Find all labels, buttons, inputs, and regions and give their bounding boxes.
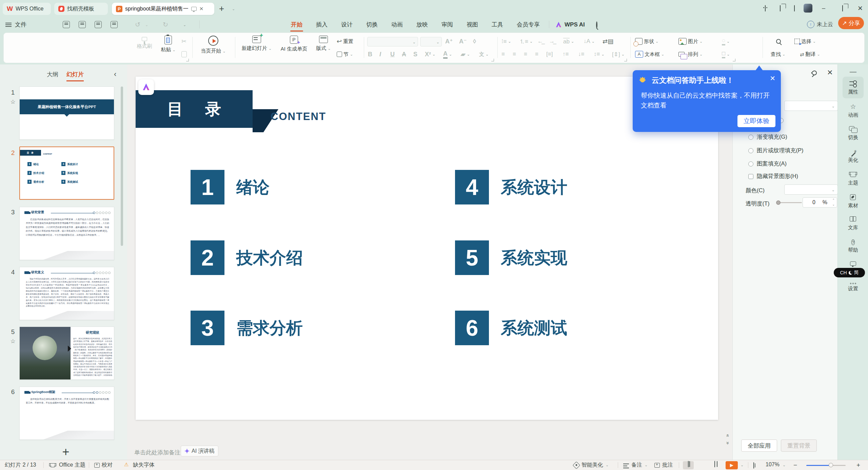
toc-number-1[interactable]: 1: [191, 170, 224, 204]
dock-settings[interactable]: 设置: [838, 283, 868, 292]
popup-close-icon[interactable]: ✕: [770, 74, 775, 82]
sort-text-button[interactable]: ↓A⌄: [584, 37, 595, 46]
pin-icon[interactable]: [811, 70, 817, 76]
slide-thumbnail-5[interactable]: 研究现状 如今，因为无线网相关技术的快速，尤其是在线上进行资源的上传下载、搜索杀…: [19, 327, 114, 380]
sidebar-scrollbar[interactable]: [121, 86, 123, 246]
line-spacing-button[interactable]: ↕≡⌄: [594, 50, 605, 59]
reset-button[interactable]: ↩重置: [337, 37, 353, 46]
new-tab-button[interactable]: +: [219, 3, 224, 14]
ribbon-search-button[interactable]: [776, 37, 781, 46]
dock-beautify[interactable]: 美化: [838, 148, 868, 163]
row-spacing-up-button[interactable]: ↑≡: [563, 50, 569, 59]
close-tab-icon[interactable]: ✕: [199, 6, 204, 12]
new-slide-button[interactable]: 新建幻灯片 ⌄: [238, 36, 275, 52]
zoom-out-button[interactable]: −: [793, 462, 797, 469]
avatar[interactable]: [804, 4, 812, 13]
toc-label-1[interactable]: 绪论: [236, 170, 270, 204]
next-slide-button[interactable]: »: [725, 442, 731, 444]
minimize-icon[interactable]: −: [820, 5, 827, 12]
increase-font-button[interactable]: A⁺: [445, 37, 453, 46]
justify-button[interactable]: ≡: [535, 50, 538, 59]
underline-button[interactable]: U: [390, 50, 395, 59]
toc-label-6[interactable]: 系统测试: [501, 311, 567, 345]
dock-help[interactable]: ? 帮助: [838, 238, 868, 253]
slide-thumbnail-3[interactable]: 研究背景 信息技术的集成化和信息网络化的不断发展，人类开始步入信息化时代，信息技…: [19, 207, 114, 260]
textbox-button[interactable]: A文本框⌄: [635, 50, 664, 59]
toc-label-5[interactable]: 系统实现: [501, 240, 567, 275]
transparency-slider-knob[interactable]: [776, 200, 781, 205]
previous-slide-button[interactable]: «: [725, 434, 731, 437]
bold-button[interactable]: B: [368, 50, 372, 59]
dock-transition[interactable]: 切换: [838, 125, 868, 141]
layout-button[interactable]: 版式 ⌄: [312, 36, 335, 52]
menu-slideshow[interactable]: 放映: [410, 17, 435, 32]
menu-insert[interactable]: 插入: [309, 17, 334, 32]
collapse-dock-icon[interactable]: —: [838, 68, 868, 76]
slide-sorter-view-button[interactable]: [696, 461, 707, 469]
undo-icon[interactable]: ↺: [135, 21, 140, 28]
text-align-box-button[interactable]: [⇕]⌄: [612, 50, 625, 59]
zoom-in-button[interactable]: +: [856, 462, 860, 469]
toc-label-2[interactable]: 技术介绍: [236, 240, 303, 275]
slide-thumbnail-6[interactable]: SpringBoot框架 这样框架有自己独特的配置方式，开发人员不需要再进行大量…: [19, 387, 114, 440]
star-icon[interactable]: ☆: [9, 338, 17, 345]
pattern-fill-option[interactable]: 图案填充(A): [748, 160, 787, 168]
format-painter-button[interactable]: 格式刷: [133, 36, 156, 50]
shapes-button[interactable]: 形状⌄: [635, 37, 658, 46]
play-options-chevron-icon[interactable]: ⌄: [741, 463, 744, 467]
pictures-button[interactable]: 图片⌄: [678, 37, 703, 46]
clear-format-button[interactable]: ◊: [473, 37, 476, 46]
menu-view[interactable]: 视图: [460, 17, 485, 32]
menu-home[interactable]: 开始: [284, 17, 309, 32]
superscript-button[interactable]: X²⌄: [425, 50, 435, 59]
text-direction-button[interactable]: ab⌄: [563, 37, 574, 46]
apply-all-button[interactable]: 全部应用: [741, 439, 777, 452]
transparency-spinner[interactable]: 0 % ⌃⌄: [803, 197, 837, 208]
close-pane-icon[interactable]: ✕: [827, 68, 833, 77]
tab-list-chevron-icon[interactable]: ⌄: [232, 7, 235, 11]
numbering-button[interactable]: ⒈≡⌄: [519, 37, 533, 46]
toc-title-band[interactable]: 目 录: [136, 90, 253, 128]
file-menu[interactable]: 文件: [15, 17, 26, 32]
row-spacing-down-button[interactable]: ↓≡: [578, 50, 584, 59]
menu-design[interactable]: 设计: [334, 17, 359, 32]
cloud-status[interactable]: ↑ 未上云: [807, 21, 833, 28]
toc-number-5[interactable]: 5: [455, 240, 489, 275]
workspace-box-icon[interactable]: [791, 5, 798, 12]
slide-thumbnail-2[interactable]: 目 录 CONTENT 1绪论 2技术介绍 3需求分析 4系统设计 5系统实现 …: [19, 146, 114, 200]
fit-slide-button[interactable]: [753, 463, 754, 469]
ai-generate-page-button[interactable]: P AI 生成单页: [275, 36, 313, 52]
save-icon[interactable]: [63, 21, 70, 28]
paste-button[interactable]: 粘贴 ⌄: [157, 36, 179, 53]
color-select[interactable]: ⌄: [784, 184, 838, 195]
dock-assets[interactable]: 素材: [838, 194, 868, 209]
windows-stack-icon[interactable]: [776, 5, 784, 12]
smart-beautify-button[interactable]: 智能美化⌄: [574, 462, 609, 469]
notes-button[interactable]: 备注⌄: [623, 462, 648, 469]
slide-thumbnail-4[interactable]: 研究意义 现如今科技的卓越发展，时代环境的人文革，人们生活变得越来越多元化，这种…: [19, 267, 114, 320]
strike-abc-button[interactable]: A: [402, 50, 406, 59]
shadow-button[interactable]: S: [413, 50, 417, 59]
comments-button[interactable]: 批注: [654, 462, 673, 469]
collapse-panel-icon[interactable]: ‹: [114, 70, 116, 79]
tab-outline[interactable]: 大纲: [47, 71, 58, 78]
spinner-arrows-icon[interactable]: ⌃⌄: [832, 198, 835, 207]
tab-docer-templates[interactable]: 找稻壳模板: [54, 3, 108, 15]
cut-button[interactable]: ✂: [181, 37, 186, 46]
proofread-button[interactable]: 校对: [94, 462, 113, 469]
restore-icon[interactable]: [839, 5, 846, 12]
ai-script-button[interactable]: AI 演讲稿: [181, 446, 218, 456]
section-button[interactable]: 节⌄: [337, 50, 353, 59]
hide-background-option[interactable]: 隐藏背景图形(H): [748, 173, 798, 180]
slideshow-play-button[interactable]: ▶: [726, 461, 738, 469]
wps-ai-menu[interactable]: WPS AI: [555, 21, 585, 28]
italic-button[interactable]: I: [379, 50, 381, 59]
toc-subtitle[interactable]: CONTENT: [271, 111, 326, 123]
arrange-button[interactable]: 排列⌄: [678, 50, 703, 59]
tab-slides[interactable]: 幻灯片: [66, 71, 84, 81]
find-button[interactable]: 查找⌄: [771, 50, 785, 59]
ime-indicator[interactable]: CH 简: [834, 268, 865, 277]
add-slide-button[interactable]: +: [58, 445, 73, 459]
redo-icon[interactable]: ↺: [163, 21, 168, 28]
increase-indent-button[interactable]: →̲: [549, 37, 555, 46]
